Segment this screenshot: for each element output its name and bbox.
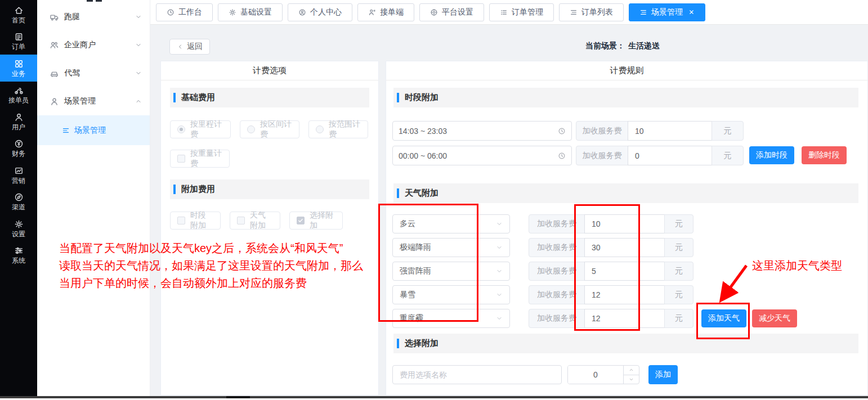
back-button[interactable]: 返回 [169, 39, 210, 55]
tab-platform-settings[interactable]: 平台设置 [419, 3, 484, 21]
current-scene-value: 生活递送 [628, 41, 660, 51]
add-weather-button[interactable]: 添加天气 [701, 309, 746, 327]
remove-weather-button[interactable]: 减少天气 [752, 309, 797, 327]
add-choice-button[interactable]: 添加 [648, 365, 678, 384]
option-label: 选择附加 [310, 210, 335, 231]
sidebar-item-merchant[interactable]: 企业商户 [37, 31, 150, 59]
remove-time-button[interactable]: 删除时段 [802, 146, 847, 164]
amount-input[interactable] [568, 366, 623, 384]
time-row: 加收服务费元 [386, 146, 867, 165]
rail-item-orders[interactable]: 订单 [0, 28, 37, 55]
unit-label: 元 [664, 285, 693, 304]
option-label: 按里程计费 [190, 119, 223, 140]
billing-rules-panel: 计费规则 时段附加 加收服务费元 加收服务费元 添加时段 删除时段 天气附加 多… [386, 61, 868, 395]
radio-icon [247, 125, 255, 133]
finance-icon [14, 139, 24, 149]
radio-icon [316, 125, 324, 133]
weather-select[interactable]: 重度霾 [392, 309, 510, 328]
add-time-button[interactable]: 添加时段 [749, 146, 794, 164]
system-icon [14, 246, 24, 255]
option-time-extra[interactable]: 时段附加 [170, 212, 221, 230]
weather-select-value: 多云 [400, 219, 415, 229]
tab-scene-management[interactable]: 场景管理 [629, 3, 705, 21]
tab-order-management[interactable]: 订单管理 [489, 3, 554, 21]
tab-label: 订单列表 [581, 7, 613, 17]
section-title: 选择附加 [405, 338, 439, 349]
fee-input[interactable] [584, 285, 665, 304]
rail-item-marketing[interactable]: 营销 [0, 161, 37, 188]
weather-row: 强雷阵雨 加收服务费元 [386, 262, 867, 281]
nav-rail: 首页 订单 业务 接单员 用户 财务 营销 渠道 设置 系统 [0, 0, 37, 396]
rail-item-channel[interactable]: 渠道 [0, 188, 37, 215]
rail-item-business[interactable]: 业务 [0, 55, 37, 82]
rail-item-system[interactable]: 系统 [0, 242, 37, 269]
rail-item-users[interactable]: 用户 [0, 108, 37, 135]
weather-select-value: 强雷阵雨 [400, 266, 431, 276]
rail-item-riders[interactable]: 接单员 [0, 82, 37, 109]
unit-label: 元 [712, 121, 744, 141]
rail-item-finance[interactable]: 财务 [0, 135, 37, 162]
sidebar-item-driving[interactable]: 代驾 [37, 59, 150, 87]
step-up-button[interactable] [624, 366, 639, 375]
rail-item-home[interactable]: 首页 [0, 1, 37, 28]
weather-select[interactable]: 强雷阵雨 [392, 262, 510, 281]
tab-workbench[interactable]: 工作台 [156, 3, 213, 21]
chevron-up-icon [135, 98, 142, 105]
chevron-down-icon [135, 14, 142, 20]
fee-input[interactable] [584, 214, 665, 233]
time-range-input[interactable] [399, 127, 553, 136]
section-time-extra: 时段附加 [393, 88, 858, 107]
fee-input[interactable] [584, 309, 665, 328]
fee-input[interactable] [628, 146, 712, 165]
fee-option-name-input[interactable] [392, 365, 562, 384]
time-range-input[interactable] [399, 151, 553, 160]
billing-rules-title: 计费规则 [386, 61, 867, 80]
fee-group: 加收服务费元 [576, 121, 744, 141]
weather-select-value: 重度霾 [400, 313, 423, 323]
unit-label: 元 [712, 146, 744, 165]
tab-personal-center[interactable]: 个人中心 [288, 3, 352, 21]
option-weather-extra[interactable]: 天气附加 [230, 212, 280, 230]
fee-group: 加收服务费元 [529, 214, 693, 233]
chevron-down-icon [496, 221, 503, 227]
sidebar-item-errand[interactable]: 跑腿 [37, 3, 150, 31]
tab-basic-settings[interactable]: 基础设置 [218, 3, 283, 21]
dashboard-icon [167, 8, 175, 16]
chevron-up-icon [629, 367, 634, 372]
option-choice-extra[interactable]: 选择附加 [289, 212, 343, 230]
option-by-mileage[interactable]: 按里程计费 [170, 120, 231, 138]
weather-select[interactable]: 多云 [392, 214, 510, 233]
horizontal-scrollbar-thumb[interactable] [226, 396, 250, 398]
tab-label: 工作台 [178, 7, 202, 17]
time-range-picker[interactable] [392, 146, 572, 165]
option-by-scope[interactable]: 按范围计费 [308, 120, 368, 138]
rail-item-settings[interactable]: 设置 [0, 215, 37, 242]
tab-receiver[interactable]: 接单端 [357, 3, 414, 21]
option-by-range[interactable]: 按区间计费 [240, 120, 299, 138]
sidebar-item-label: 场景管理 [64, 96, 96, 106]
step-down-button[interactable] [624, 375, 639, 384]
sidebar-item-scene-management[interactable]: 场景管理 [37, 87, 150, 115]
time-range-picker[interactable] [392, 121, 572, 141]
checkbox-checked-icon [297, 217, 305, 224]
stepper-buttons [623, 366, 639, 384]
rail-item-label: 首页 [12, 17, 25, 24]
section-base-fee: 基础费用 [170, 88, 369, 107]
section-weather-extra: 天气附加 [393, 183, 858, 203]
option-label: 按区间计费 [260, 119, 292, 140]
weather-select-value: 极端降雨 [400, 242, 431, 253]
radio-checked-icon [177, 125, 185, 133]
close-icon[interactable] [688, 9, 695, 15]
tab-label: 订单管理 [512, 7, 543, 17]
tab-order-list[interactable]: 订单列表 [559, 3, 624, 21]
option-by-weight[interactable]: 按重量计费 [170, 150, 230, 168]
rail-item-label: 用户 [12, 124, 25, 131]
fee-input[interactable] [584, 238, 665, 257]
sidebar: 跑腿 企业商户 代驾 场景管理 场景管理 [37, 0, 150, 396]
weather-select[interactable]: 暴雪 [392, 285, 510, 304]
fee-input[interactable] [584, 262, 665, 281]
unit-label: 元 [664, 238, 693, 257]
weather-select[interactable]: 极端降雨 [392, 238, 510, 257]
sidebar-subitem-scene-management[interactable]: 场景管理 [37, 115, 150, 145]
fee-input[interactable] [628, 121, 712, 141]
